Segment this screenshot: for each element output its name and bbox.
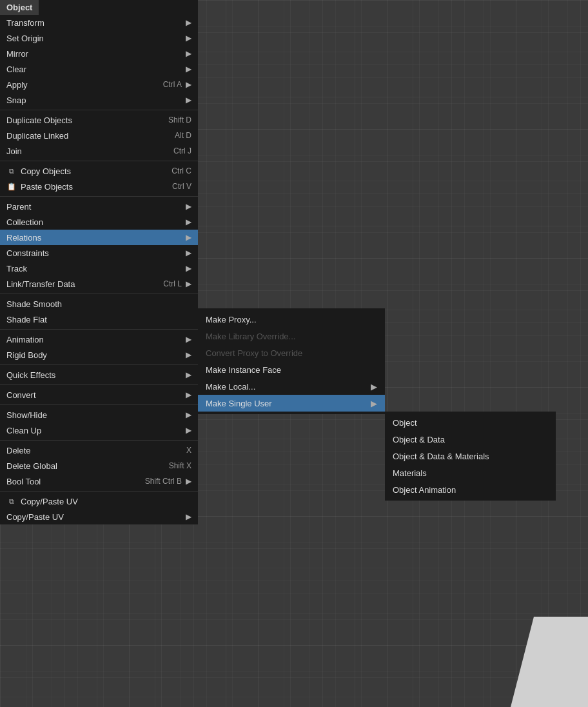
- menu-item-link-transfer-data[interactable]: Link/Transfer Data Ctrl L ▶: [0, 276, 198, 292]
- menu-item-duplicate-objects[interactable]: Duplicate Objects Shift D: [0, 112, 198, 128]
- copy-icon: ⧉: [6, 166, 17, 176]
- submenu-item-object[interactable]: Object: [385, 414, 556, 431]
- object-menu: Object Transform ▶ Set Origin ▶ Mirror ▶…: [0, 0, 198, 524]
- arrow-icon: ▶: [186, 335, 191, 344]
- separator: [0, 161, 198, 161]
- menu-item-set-origin[interactable]: Set Origin ▶: [0, 30, 198, 46]
- menu-item-show-hide[interactable]: Show/Hide ▶: [0, 407, 198, 423]
- submenu-item-make-local[interactable]: Make Local... ▶: [198, 378, 385, 395]
- menu-item-rigid-body[interactable]: Rigid Body ▶: [0, 347, 198, 363]
- menu-item-bool-tool[interactable]: Bool Tool Shift Ctrl B ▶: [0, 473, 198, 489]
- arrow-icon: ▶: [186, 512, 191, 521]
- menu-item-convert[interactable]: Convert ▶: [0, 387, 198, 403]
- copy-icon: ⧉: [6, 496, 17, 506]
- menu-item-clean-up[interactable]: Clean Up ▶: [0, 423, 198, 438]
- menu-item-copy-paste-uv-2[interactable]: Copy/Paste UV ▶: [0, 509, 198, 524]
- separator: [0, 364, 198, 365]
- submenu-item-object-data-materials[interactable]: Object & Data & Materials: [385, 448, 556, 464]
- separator: [0, 110, 198, 110]
- arrow-icon: ▶: [186, 390, 191, 399]
- menu-item-copy-paste-uv-1[interactable]: ⧉ Copy/Paste UV: [0, 493, 198, 509]
- relations-submenu: Make Proxy... Make Library Override... C…: [198, 308, 385, 414]
- menu-item-clear[interactable]: Clear ▶: [0, 61, 198, 77]
- menu-item-shade-smooth[interactable]: Shade Smooth: [0, 296, 198, 312]
- arrow-icon: ▶: [186, 279, 191, 288]
- menu-item-paste-objects[interactable]: 📋 Paste Objects Ctrl V: [0, 179, 198, 194]
- arrow-icon: ▶: [186, 233, 191, 242]
- menu-item-relations[interactable]: Relations ▶: [0, 230, 198, 245]
- menu-item-mirror[interactable]: Mirror ▶: [0, 46, 198, 61]
- arrow-icon: ▶: [186, 18, 191, 27]
- arrow-icon: ▶: [186, 49, 191, 58]
- menu-item-duplicate-linked[interactable]: Duplicate Linked Alt D: [0, 128, 198, 143]
- submenu-item-make-instance-face[interactable]: Make Instance Face: [198, 361, 385, 378]
- separator: [0, 404, 198, 405]
- menu-item-apply[interactable]: Apply Ctrl A ▶: [0, 77, 198, 92]
- arrow-icon: ▶: [186, 370, 191, 379]
- menu-item-join[interactable]: Join Ctrl J: [0, 143, 198, 159]
- menu-item-delete[interactable]: Delete X: [0, 443, 198, 458]
- arrow-icon: ▶: [186, 217, 191, 226]
- menu-item-snap[interactable]: Snap ▶: [0, 92, 198, 108]
- submenu-item-make-single-user[interactable]: Make Single User ▶: [198, 395, 385, 412]
- menu-item-quick-effects[interactable]: Quick Effects ▶: [0, 367, 198, 383]
- menu-item-delete-global[interactable]: Delete Global Shift X: [0, 458, 198, 473]
- menu-item-shade-flat[interactable]: Shade Flat: [0, 312, 198, 327]
- arrow-icon: ▶: [186, 350, 191, 359]
- menu-item-track[interactable]: Track ▶: [0, 261, 198, 276]
- separator: [0, 196, 198, 197]
- menu-item-parent[interactable]: Parent ▶: [0, 199, 198, 214]
- arrow-icon: ▶: [186, 34, 191, 43]
- separator: [0, 329, 198, 330]
- menu-header[interactable]: Object: [0, 0, 39, 15]
- separator: [0, 384, 198, 385]
- arrow-icon: ▶: [186, 426, 191, 435]
- menu-item-collection[interactable]: Collection ▶: [0, 214, 198, 230]
- arrow-icon: ▶: [371, 399, 377, 408]
- submenu-item-make-library-override: Make Library Override...: [198, 328, 385, 344]
- menu-item-animation[interactable]: Animation ▶: [0, 332, 198, 347]
- menu-item-constraints[interactable]: Constraints ▶: [0, 245, 198, 261]
- menu-item-transform[interactable]: Transform ▶: [0, 15, 198, 30]
- arrow-icon: ▶: [186, 410, 191, 419]
- paste-icon: 📋: [6, 181, 17, 192]
- single-user-submenu: Object Object & Data Object & Data & Mat…: [385, 412, 556, 501]
- submenu-item-make-proxy[interactable]: Make Proxy...: [198, 311, 385, 328]
- separator: [0, 294, 198, 294]
- submenu-item-materials[interactable]: Materials: [385, 464, 556, 481]
- submenu-item-object-animation[interactable]: Object Animation: [385, 481, 556, 498]
- arrow-icon: ▶: [186, 477, 191, 486]
- separator: [0, 440, 198, 441]
- menu-item-copy-objects[interactable]: ⧉ Copy Objects Ctrl C: [0, 163, 198, 179]
- arrow-icon: ▶: [186, 65, 191, 74]
- arrow-icon: ▶: [186, 202, 191, 211]
- background-shape: [511, 617, 588, 707]
- submenu-item-object-data[interactable]: Object & Data: [385, 431, 556, 448]
- arrow-icon: ▶: [186, 264, 191, 273]
- arrow-icon: ▶: [186, 80, 191, 89]
- arrow-icon: ▶: [186, 95, 191, 105]
- arrow-icon: ▶: [371, 382, 377, 392]
- submenu-item-convert-proxy: Convert Proxy to Override: [198, 344, 385, 361]
- arrow-icon: ▶: [186, 248, 191, 257]
- separator: [0, 491, 198, 492]
